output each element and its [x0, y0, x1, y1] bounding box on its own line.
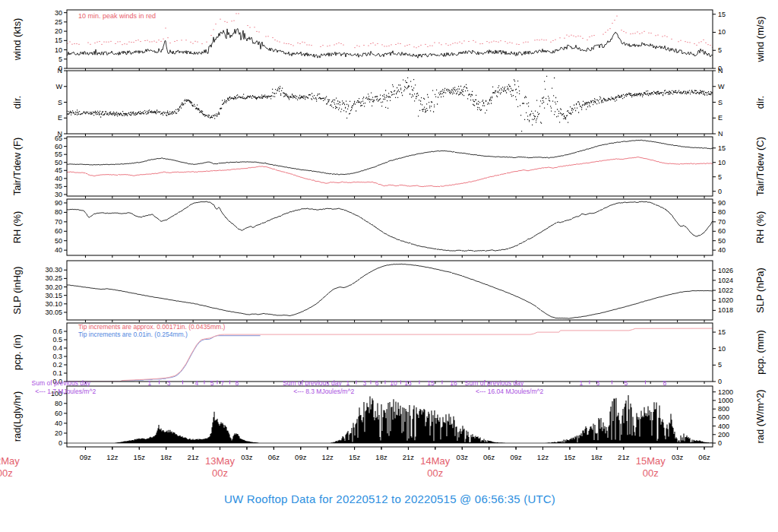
x-tick-label: 03z — [457, 453, 469, 461]
relative-humidity-series — [67, 201, 713, 252]
rad-sum-milestone: 6 — [375, 379, 379, 387]
y-tick-label-left: 0.1 — [52, 369, 62, 377]
y-tick-label-left: 15 — [55, 36, 62, 44]
meteogram-canvas: 051015202530051015wind (kts)wind (m/s)10… — [0, 0, 778, 532]
wind-10min-peak-series — [67, 14, 713, 48]
y-tick-label-right: 10 — [718, 159, 726, 166]
annotation-rad-4: Sum of previous day — [465, 379, 524, 387]
y-tick-label-right: 0 — [718, 188, 722, 195]
axis-title-left-rad: rad(Lgly/hr) — [11, 391, 23, 442]
y-tick-label-right: 800 — [718, 405, 729, 413]
date-label: 12May — [0, 455, 20, 467]
y-tick-label-left: 25 — [55, 18, 62, 26]
panel-series-tair — [67, 140, 713, 187]
y-tick-label-left: 5 — [59, 55, 62, 63]
y-tick-label-left: 40 — [55, 420, 62, 427]
wind-direction-series — [67, 76, 713, 131]
axis-title-right-tair: Tair/Tdew (C) — [754, 137, 766, 196]
x-tick-label: 09z — [295, 453, 307, 461]
y-tick-label-left: 35 — [55, 182, 62, 190]
y-tick-label-right: 15 — [718, 328, 726, 336]
date-label: 00z — [212, 467, 228, 479]
tdew-series — [67, 157, 713, 187]
y-tick-label-right: 0 — [718, 439, 722, 447]
y-tick-label-right: 10 — [718, 345, 726, 353]
axis-title-left-pcp: pcp. (in) — [11, 334, 23, 370]
y-tick-label-left: 30.30 — [45, 266, 62, 274]
y-tick-label-right: 400 — [718, 423, 729, 430]
panel-series-wind — [67, 14, 713, 58]
y-tick-label-left: 30 — [55, 191, 62, 198]
y-tick-label-left: 70 — [55, 218, 62, 226]
y-tick-label-right: 40 — [718, 246, 726, 254]
axis-title-left-wind: wind (kts) — [11, 18, 23, 62]
sea-level-pressure-series — [67, 264, 713, 318]
x-tick-label: 06z — [698, 453, 710, 461]
y-tick-label-left: 0.2 — [52, 361, 62, 369]
panel-rad: 020406080100020040060080010001200rad(Lgl… — [11, 379, 766, 449]
y-tick-label-left: 80 — [55, 208, 62, 216]
meteogram: 051015202530051015wind (kts)wind (m/s)10… — [0, 0, 778, 532]
rad-sum-milestone: 8 — [236, 379, 239, 387]
axis-title-right-rh: RH (%) — [754, 211, 766, 244]
panel-rh: 405060708090405060708090RH (%)RH (%) — [11, 199, 766, 258]
rad-sum-milestone: 1 — [346, 379, 350, 387]
y-tick-label-right: 15 — [718, 144, 726, 152]
y-tick-label-right: N — [718, 130, 723, 138]
annotation-pcp-0: Tip increments are approx. 0.00171in. (0… — [78, 323, 226, 331]
y-tick-label-right: 1024 — [718, 277, 733, 284]
panel-pcp: 0.00.10.20.30.40.50.6051015pcp. (in)pcp.… — [11, 323, 766, 385]
annotation-pcp-1: Tip increments are 0.01in. (0.254mm.) — [78, 331, 188, 338]
precip-cumulative-0.01in-gauge-series — [68, 336, 261, 382]
axis-title-left-dir: dir. — [11, 96, 23, 109]
y-tick-label-right: 1022 — [718, 287, 733, 294]
y-tick-label-left: 60 — [55, 227, 62, 235]
date-label: 15May — [636, 455, 666, 467]
panel-frame-slp — [67, 261, 713, 320]
y-tick-label-left: E — [58, 114, 62, 122]
x-tick-label: 18z — [375, 453, 387, 461]
y-tick-label-left: W — [56, 83, 63, 90]
y-tick-label-left: 0.5 — [52, 336, 62, 344]
y-tick-label-left: 50 — [55, 237, 62, 245]
x-tick-label: 09z — [80, 453, 92, 461]
panel-series-rad — [67, 395, 713, 443]
date-label: 13May — [205, 455, 236, 467]
date-label: 00z — [0, 467, 13, 479]
x-tick-label: 18z — [160, 453, 172, 461]
y-tick-label-left: 0 — [59, 439, 62, 447]
y-tick-label-left: 30.05 — [45, 309, 62, 316]
rad-sum-milestone: 3 — [596, 379, 600, 387]
rad-sum-milestone: 10 — [390, 379, 397, 387]
axis-title-right-rad: rad (W/m^2) — [754, 389, 766, 443]
y-tick-label-left: S — [58, 99, 62, 106]
rad-sum-milestone: 5 — [625, 379, 628, 387]
y-tick-label-right: 70 — [718, 218, 726, 226]
y-tick-label-left: N — [58, 67, 63, 74]
date-label: 14May — [420, 455, 451, 467]
y-tick-label-right: 1200 — [718, 388, 733, 396]
figure-title: UW Rooftop Data for 20220512 to 20220515… — [67, 492, 713, 505]
x-tick-label: 03z — [672, 453, 684, 461]
annotation-rad-0: Sum of previous day — [32, 379, 91, 387]
y-tick-label-right: 1020 — [718, 296, 733, 304]
y-tick-label-right: 60 — [718, 227, 726, 235]
x-tick-label: 15z — [134, 453, 146, 461]
x-tick-label: 03z — [241, 453, 253, 461]
rad-sum-milestone: 16 — [450, 379, 457, 387]
y-tick-label-right: E — [718, 114, 723, 122]
rad-sum-milestone: 13 — [404, 379, 412, 387]
panel-wind: 051015202530051015wind (kts)wind (m/s)10… — [11, 9, 766, 72]
y-tick-label-left: 20 — [55, 429, 62, 437]
rad-sum-milestone: 15 — [427, 379, 435, 387]
y-tick-label-left: 55 — [55, 150, 62, 158]
y-tick-label-left: 50 — [55, 159, 62, 166]
wind-speed-series — [67, 29, 713, 59]
rad-sum-milestone: 3 — [167, 379, 171, 387]
annotation-rad-1: <--- 1.7 MJoules/m^2 — [35, 388, 96, 395]
y-tick-label-right: 1018 — [718, 306, 733, 314]
x-tick-label: 06z — [483, 453, 495, 461]
y-tick-label-left: 30.15 — [45, 292, 62, 299]
y-tick-label-left: 45 — [55, 166, 62, 174]
x-tick-label: 12z — [322, 453, 334, 461]
